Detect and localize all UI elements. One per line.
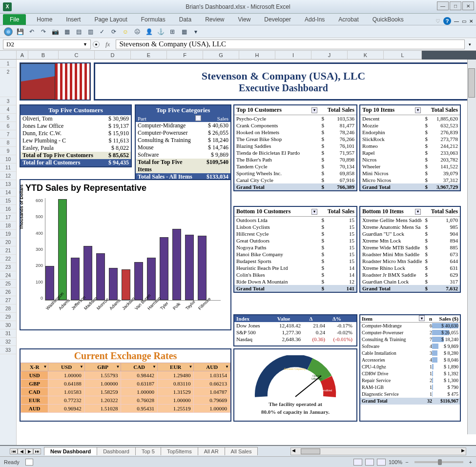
tab-formulas[interactable]: Formulas bbox=[134, 14, 172, 25]
sheet-tab-all-ar[interactable]: All AR bbox=[198, 447, 225, 455]
col-C[interactable]: C bbox=[59, 51, 95, 59]
col-I[interactable]: I bbox=[275, 51, 311, 59]
zoom-level[interactable]: 100% bbox=[389, 459, 402, 465]
filter-icon[interactable]: ▾ bbox=[195, 115, 201, 121]
tab-home[interactable]: Home bbox=[30, 14, 59, 25]
grid-icon[interactable]: ▦ bbox=[62, 27, 71, 36]
sheet-tab-dashboard[interactable]: Dashboard bbox=[97, 447, 136, 455]
tab-add-ins[interactable]: Add-Ins bbox=[298, 14, 331, 25]
redo-icon[interactable]: ↷ bbox=[39, 27, 48, 36]
row-25[interactable]: 25 bbox=[0, 280, 16, 288]
ex-hdr[interactable]: AUD▼ bbox=[194, 363, 230, 371]
last-sheet-icon[interactable]: ⏭ bbox=[33, 448, 41, 454]
insert-function-icon[interactable]: ● bbox=[93, 41, 100, 48]
filter-icon[interactable]: ▾ bbox=[415, 209, 421, 215]
page-break-icon[interactable] bbox=[377, 459, 386, 466]
row-4[interactable]: 4 bbox=[0, 105, 16, 114]
row-3[interactable]: 3 bbox=[0, 97, 16, 105]
toggle-icon[interactable]: ▤ bbox=[74, 27, 83, 36]
row-21[interactable]: 21 bbox=[0, 246, 16, 255]
vertical-scrollbar[interactable] bbox=[467, 60, 476, 434]
row-11[interactable]: 11 bbox=[0, 163, 16, 172]
zoom-out-icon[interactable]: − bbox=[405, 459, 408, 465]
next-sheet-icon[interactable]: ▶ bbox=[25, 448, 33, 454]
ex-hdr[interactable]: GBP▼ bbox=[84, 363, 121, 371]
col-D[interactable]: D bbox=[95, 51, 131, 59]
row-18[interactable]: 18 bbox=[0, 222, 16, 230]
page-layout-icon[interactable] bbox=[365, 459, 374, 466]
col-K[interactable]: K bbox=[348, 51, 384, 59]
row-23[interactable]: 23 bbox=[0, 263, 16, 271]
col-A[interactable]: A bbox=[17, 51, 28, 59]
row-26[interactable]: 26 bbox=[0, 288, 16, 296]
prev-sheet-icon[interactable]: ◀ bbox=[18, 448, 25, 454]
zoom-thumb[interactable] bbox=[438, 459, 442, 465]
row-8[interactable]: 8 bbox=[0, 139, 16, 147]
col-J[interactable]: J bbox=[311, 51, 348, 59]
tab-page-layout[interactable]: Page Layout bbox=[87, 14, 134, 25]
worksheet[interactable]: 1234567891011121314151617181920212223242… bbox=[0, 60, 476, 445]
hscroll-thumb[interactable] bbox=[301, 448, 320, 454]
zoom-slider[interactable] bbox=[414, 461, 463, 463]
tab-developer[interactable]: Developer bbox=[257, 14, 298, 25]
row-29[interactable]: 29 bbox=[0, 313, 16, 321]
tab-acrobat[interactable]: Acrobat bbox=[331, 14, 365, 25]
ex-hdr[interactable]: USD▼ bbox=[48, 363, 85, 371]
scroll-thumb[interactable] bbox=[468, 68, 475, 98]
row-24[interactable]: 24 bbox=[0, 271, 16, 280]
sad-icon[interactable]: ☹ bbox=[133, 27, 142, 36]
sheet-tab-all-sales[interactable]: All Sales bbox=[225, 447, 258, 455]
scroll-right-icon[interactable]: ▶ bbox=[461, 448, 465, 453]
help-icon[interactable]: ? bbox=[443, 17, 451, 25]
col-E[interactable]: E bbox=[131, 51, 167, 59]
first-sheet-icon[interactable]: ⏮ bbox=[10, 448, 18, 454]
row-33[interactable]: 33 bbox=[0, 346, 16, 354]
dropdown-icon[interactable]: ▾ bbox=[191, 27, 200, 36]
close-workbook-icon[interactable]: ✕ bbox=[469, 19, 473, 24]
check-icon[interactable]: ✓ bbox=[98, 27, 106, 36]
zoom-in-icon[interactable]: + bbox=[469, 459, 472, 465]
save-icon[interactable]: 💾 bbox=[16, 27, 24, 36]
heart-icon[interactable]: ♡ bbox=[435, 18, 440, 24]
expand-formula-icon[interactable]: ▾ bbox=[467, 42, 473, 47]
row-16[interactable]: 16 bbox=[0, 205, 16, 213]
row-13[interactable]: 13 bbox=[0, 180, 16, 188]
row-20[interactable]: 20 bbox=[0, 238, 16, 246]
close-button[interactable]: ✕ bbox=[462, 1, 474, 10]
filter-icon[interactable]: ▾ bbox=[311, 107, 317, 113]
col-F[interactable]: F bbox=[167, 51, 203, 59]
restore-workbook-icon[interactable]: ▭ bbox=[462, 19, 466, 24]
tab-data[interactable]: Data bbox=[172, 14, 198, 25]
macro-icon[interactable] bbox=[25, 459, 33, 466]
min-ribbon-icon[interactable]: — bbox=[454, 19, 459, 24]
name-box-dropdown-icon[interactable]: ▼ bbox=[83, 42, 87, 47]
fx-label[interactable]: fx bbox=[105, 41, 110, 48]
col-G[interactable]: G bbox=[203, 51, 239, 59]
tab-insert[interactable]: Insert bbox=[59, 14, 87, 25]
sheet-tab-top5items[interactable]: Top5Items bbox=[161, 447, 198, 455]
minimize-button[interactable]: — bbox=[437, 1, 449, 10]
row-6[interactable]: 6 bbox=[0, 122, 16, 130]
form-icon[interactable]: ▥ bbox=[86, 27, 95, 36]
row-31[interactable]: 31 bbox=[0, 329, 16, 338]
filter-icon[interactable]: ▾ bbox=[415, 107, 421, 113]
row-22[interactable]: 22 bbox=[0, 255, 16, 263]
happy-icon[interactable]: ☺ bbox=[121, 27, 130, 36]
row-30[interactable]: 30 bbox=[0, 321, 16, 329]
tab-review[interactable]: Review bbox=[198, 14, 231, 25]
row-12[interactable]: 12 bbox=[0, 172, 16, 180]
table-icon[interactable]: ▦ bbox=[180, 27, 188, 36]
anchor-icon[interactable]: ⚓ bbox=[156, 27, 165, 36]
select-all-cell[interactable] bbox=[0, 51, 17, 60]
row-10[interactable]: 10 bbox=[0, 155, 16, 163]
row-19[interactable]: 19 bbox=[0, 230, 16, 238]
ex-hdr[interactable]: X-R▼ bbox=[21, 363, 48, 371]
hierarchy-icon[interactable]: ⊞ bbox=[168, 27, 177, 36]
row-2[interactable]: 2 bbox=[0, 68, 16, 97]
ex-hdr[interactable]: CAD▼ bbox=[121, 363, 158, 371]
maximize-button[interactable]: □ bbox=[450, 1, 461, 10]
refresh-icon[interactable]: ⟳ bbox=[109, 27, 118, 36]
row-32[interactable]: 32 bbox=[0, 338, 16, 346]
user-icon[interactable]: 👤 bbox=[145, 27, 153, 36]
sheet-tab-new-dashboard[interactable]: New Dashboard bbox=[44, 447, 97, 455]
